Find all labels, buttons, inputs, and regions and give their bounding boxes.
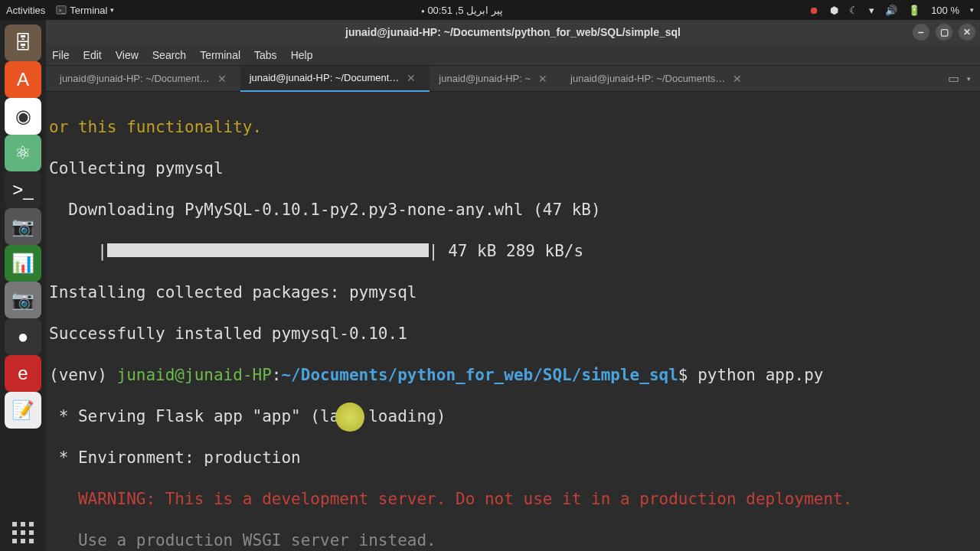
terminal-tab[interactable]: junaid@junaid-HP: ~/Documents…✕: [561, 66, 756, 92]
progress-line: || 47 kB 289 kB/s: [49, 241, 977, 262]
output-line: Successfully installed pymysql-0.10.1: [49, 324, 977, 344]
terminal-tab[interactable]: junaid@junaid-HP: ~✕: [430, 66, 561, 92]
tab-label: junaid@junaid-HP: ~: [439, 73, 531, 84]
terminal-icon[interactable]: >_: [5, 171, 41, 208]
menubar: File Edit View Search Terminal Tabs Help: [46, 44, 980, 66]
tab-menu-chevron-icon[interactable]: ▾: [967, 75, 971, 83]
window-title: junaid@junaid-HP: ~/Documents/python_for…: [345, 26, 681, 38]
output-line: Use a production WSGI server instead.: [49, 530, 977, 551]
terminal-small-icon: >_: [56, 5, 67, 15]
menu-help[interactable]: Help: [291, 49, 313, 61]
text-editor-icon[interactable]: 📝: [5, 392, 41, 429]
battery-percent: 100 %: [931, 5, 959, 16]
close-button[interactable]: ✕: [959, 24, 975, 41]
output-line: * Serving Flask app "app" (lazy loading): [49, 406, 977, 427]
menu-tabs[interactable]: Tabs: [254, 49, 277, 61]
terminal-window: junaid@junaid-HP: ~/Documents/python_for…: [46, 20, 980, 551]
output-line: or this functionality.: [49, 117, 977, 138]
output-line: Downloading PyMySQL-0.10.1-py2.py3-none-…: [49, 200, 977, 220]
progress-bar: [107, 243, 429, 257]
app-menu[interactable]: >_ Terminal ▾: [56, 5, 114, 16]
menu-terminal[interactable]: Terminal: [200, 49, 240, 61]
output-line: Collecting pymysql: [49, 158, 977, 179]
dock: 🗄A◉⚛>_📷📊📷●e📝: [0, 20, 46, 551]
atom-icon[interactable]: ⚛: [5, 135, 41, 171]
terminal-tab[interactable]: junaid@junaid-HP: ~/Document…✕: [51, 66, 240, 92]
record-indicator-icon[interactable]: ⏺: [809, 5, 819, 16]
new-tab-button[interactable]: ▭: [948, 71, 959, 86]
battery-icon[interactable]: 🔋: [908, 5, 920, 16]
activities-button[interactable]: Activities: [6, 5, 45, 16]
menu-view[interactable]: View: [116, 49, 139, 61]
titlebar[interactable]: junaid@junaid-HP: ~/Documents/python_for…: [46, 20, 980, 44]
panel-clock[interactable]: ● پیر ابریل 5, 00:51: [114, 5, 809, 16]
tab-label: junaid@junaid-HP: ~/Document…: [60, 73, 210, 84]
tab-close-icon[interactable]: ✕: [407, 72, 416, 84]
files-icon[interactable]: 🗄: [5, 24, 41, 61]
show-applications-button[interactable]: [5, 514, 41, 551]
calc-icon[interactable]: 📊: [5, 245, 41, 282]
output-line: * Environment: production: [49, 448, 977, 468]
minimize-button[interactable]: ‒: [913, 24, 929, 41]
tab-label: junaid@junaid-HP: ~/Documents…: [570, 73, 725, 84]
menu-edit[interactable]: Edit: [83, 49, 102, 61]
dropbox-icon[interactable]: ⬢: [830, 5, 838, 16]
maximize-button[interactable]: ▢: [936, 24, 952, 41]
software-icon[interactable]: A: [5, 61, 41, 98]
screenshot-icon[interactable]: 📷: [5, 208, 41, 245]
tab-close-icon[interactable]: ✕: [733, 73, 742, 85]
output-line: Installing collected packages: pymysql: [49, 282, 977, 303]
tab-label: junaid@junaid-HP: ~/Document…: [250, 72, 400, 83]
top-panel: Activities >_ Terminal ▾ ● پیر ابریل 5, …: [0, 0, 980, 20]
chrome-icon[interactable]: ◉: [5, 98, 41, 135]
tabbar: junaid@junaid-HP: ~/Document…✕junaid@jun…: [46, 66, 980, 92]
terminal-body[interactable]: or this functionality. Collecting pymysq…: [46, 92, 980, 551]
camera-icon[interactable]: 📷: [5, 282, 41, 318]
mouse-highlight-icon: [335, 403, 364, 432]
warning-line: WARNING: This is a development server. D…: [49, 489, 977, 510]
recorder-icon[interactable]: ●: [5, 318, 41, 355]
menu-search[interactable]: Search: [152, 49, 186, 61]
svg-text:>_: >_: [59, 8, 65, 14]
app-menu-label: Terminal: [70, 5, 107, 16]
night-icon[interactable]: ☾: [849, 5, 858, 16]
reader-icon[interactable]: e: [5, 355, 41, 392]
volume-icon[interactable]: 🔊: [885, 5, 897, 16]
menu-file[interactable]: File: [52, 49, 70, 61]
tab-close-icon[interactable]: ✕: [538, 73, 547, 85]
network-icon[interactable]: ▾: [869, 5, 874, 16]
terminal-tab[interactable]: junaid@junaid-HP: ~/Document…✕: [240, 66, 430, 92]
tab-close-icon[interactable]: ✕: [217, 73, 227, 85]
prompt-line: (venv) junaid@junaid-HP:~/Documents/pyth…: [49, 365, 977, 386]
system-menu-chevron-icon[interactable]: ▾: [970, 6, 974, 14]
